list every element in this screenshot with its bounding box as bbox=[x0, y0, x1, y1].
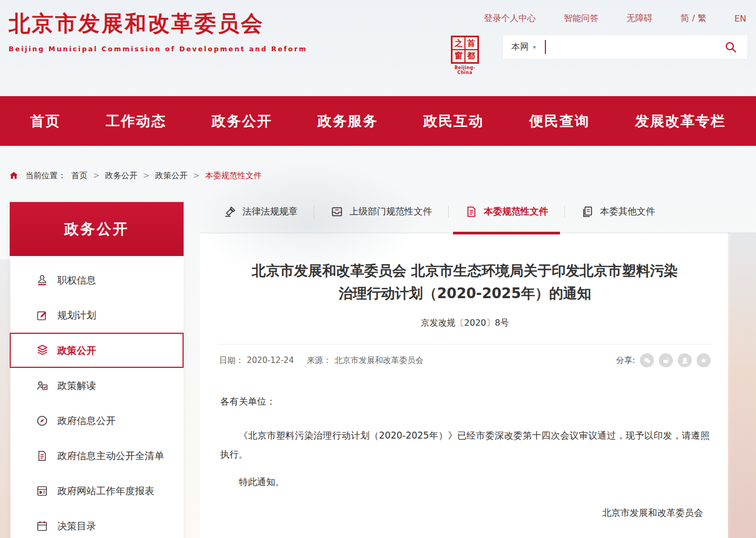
header-top-links: 登录个人中心 智能问答 无障碍 简 / 繁 EN bbox=[456, 13, 746, 24]
layers-icon bbox=[35, 344, 49, 358]
tab-label: 上级部门规范性文件 bbox=[349, 205, 432, 218]
inbox-icon bbox=[330, 205, 343, 218]
share-bar: 分享: ★ bbox=[616, 353, 711, 367]
calendar-icon bbox=[35, 519, 49, 533]
date-label: 日期： bbox=[219, 355, 244, 365]
sidebar-title: 政务公开 bbox=[10, 202, 184, 256]
breadcrumb-gov-disclosure[interactable]: 政务公开 bbox=[105, 171, 138, 181]
simplified-traditional-toggle[interactable]: 简 / 繁 bbox=[680, 13, 706, 24]
tab-superior-normative-docs[interactable]: 上级部门规范性文件 bbox=[314, 190, 448, 233]
nav-item-reform-column[interactable]: 发展改革专栏 bbox=[635, 112, 726, 131]
english-link[interactable]: EN bbox=[734, 14, 746, 24]
sidebar-item-label: 决策目录 bbox=[57, 520, 96, 533]
home-icon[interactable] bbox=[9, 171, 19, 180]
sidebar-item-decision-catalog[interactable]: 决策目录 bbox=[10, 508, 184, 538]
search-box: 本网 ▾ bbox=[502, 35, 748, 59]
seal-char: 之 bbox=[453, 37, 465, 50]
header-search-row: 之 首 窗 都 Beijing-China 本网 ▾ bbox=[449, 35, 748, 75]
search-scope-label: 本网 bbox=[511, 42, 529, 53]
site-subtitle: Beijing Municipal Commission of Developm… bbox=[9, 45, 307, 53]
sidebar-menu: 职权信息 规划计划 bbox=[10, 256, 184, 538]
text-cursor bbox=[545, 40, 546, 54]
report-table-icon bbox=[35, 484, 49, 498]
article-meta-row: 日期：2020-12-24来源：北京市发展和改革委员会 分享: ★ bbox=[215, 353, 715, 367]
share-wechat-icon[interactable] bbox=[640, 353, 654, 367]
tab-laws-regulations[interactable]: 法律法规规章 bbox=[207, 190, 314, 233]
accessibility-link[interactable]: 无障碍 bbox=[626, 13, 652, 24]
tab-commission-normative-docs[interactable]: 本委规范性文件 bbox=[449, 190, 564, 233]
files-copy-icon bbox=[581, 205, 594, 218]
seal-char: 都 bbox=[465, 50, 477, 62]
share-qq-icon[interactable] bbox=[678, 353, 692, 367]
nav-item-work-news[interactable]: 工作动态 bbox=[106, 112, 166, 131]
document-red-icon bbox=[465, 205, 478, 218]
sidebar-item-label: 政策解读 bbox=[57, 379, 96, 392]
login-personal-center-link[interactable]: 登录个人中心 bbox=[484, 13, 536, 24]
seal-char: 窗 bbox=[453, 50, 465, 62]
seal-caption: Beijing-China bbox=[449, 65, 481, 75]
person-check-icon bbox=[35, 379, 49, 393]
article-title: 北京市发展和改革委员会 北京市生态环境局关于印发北京市塑料污染治理行动计划（20… bbox=[252, 259, 678, 305]
seal-char: 首 bbox=[465, 37, 477, 50]
article-source: 北京市发展和改革委员会 bbox=[334, 355, 423, 365]
site-header: 北京市发展和改革委员会 Beijing Municipal Commission… bbox=[0, 0, 756, 96]
article-meta: 日期：2020-12-24来源：北京市发展和改革委员会 bbox=[219, 355, 427, 366]
breadcrumb-current-page: 本委规范性文件 bbox=[205, 171, 262, 181]
tab-label: 法律法规规章 bbox=[242, 205, 298, 218]
site-title: 北京市发展和改革委员会 bbox=[9, 9, 307, 38]
sidebar-item-policy-interpretation[interactable]: 政策解读 bbox=[10, 368, 184, 403]
nav-item-gov-disclosure[interactable]: 政务公开 bbox=[212, 112, 272, 131]
share-weibo-icon[interactable] bbox=[659, 353, 673, 367]
breadcrumb-prefix: 当前位置： bbox=[25, 171, 66, 181]
smart-qa-link[interactable]: 智能问答 bbox=[564, 13, 598, 24]
sidebar-item-label: 政策公开 bbox=[57, 344, 96, 357]
sidebar-item-gov-info-disclosure[interactable]: 政府信息公开 bbox=[10, 403, 184, 438]
body-paragraph: 特此通知。 bbox=[220, 473, 710, 492]
breadcrumb-separator: > bbox=[93, 171, 100, 180]
breadcrumb-home[interactable]: 首页 bbox=[71, 171, 87, 181]
seal-icon: 之 首 窗 都 bbox=[451, 36, 479, 64]
signature: 北京市发展和改革委员会 bbox=[220, 503, 710, 522]
search-scope-dropdown[interactable]: 本网 ▾ bbox=[511, 42, 536, 53]
meta-divider bbox=[218, 344, 712, 345]
main-content: 法律法规规章 上级部门规范性文件 bbox=[200, 190, 730, 538]
breadcrumb-separator: > bbox=[143, 171, 150, 180]
article-body: 各有关单位： 《北京市塑料污染治理行动计划（2020-2025年）》已经市委深改… bbox=[215, 392, 715, 522]
breadcrumb: 当前位置： 首页 > 政务公开 > 政策公开 > 本委规范性文件 bbox=[9, 167, 756, 184]
beijing-china-seal-logo[interactable]: 之 首 窗 都 Beijing-China bbox=[449, 36, 481, 75]
salutation: 各有关单位： bbox=[220, 392, 710, 411]
sidebar-item-proactive-disclosure-list[interactable]: 政府信息主动公开全清单 bbox=[10, 438, 184, 473]
sidebar-item-label: 职权信息 bbox=[57, 274, 96, 287]
nav-item-home[interactable]: 首页 bbox=[30, 112, 60, 131]
sidebar-item-label: 政府信息公开 bbox=[57, 414, 116, 427]
site-logo[interactable]: 北京市发展和改革委员会 Beijing Municipal Commission… bbox=[9, 9, 307, 53]
search-button[interactable] bbox=[723, 39, 739, 55]
page-body: 政务公开 职权信息 规划计划 bbox=[0, 190, 756, 538]
breadcrumb-policy-disclosure[interactable]: 政策公开 bbox=[155, 171, 187, 181]
document-list-icon bbox=[35, 449, 49, 463]
search-icon bbox=[724, 41, 737, 53]
nav-item-gov-services[interactable]: 政务服务 bbox=[318, 112, 378, 131]
share-favorite-icon[interactable]: ★ bbox=[697, 353, 711, 367]
article-date: 2020-12-24 bbox=[247, 355, 294, 365]
sidebar-item-website-annual-report[interactable]: 政府网站工作年度报表 bbox=[10, 473, 184, 508]
nav-item-convenient-query[interactable]: 便民查询 bbox=[529, 112, 590, 131]
body-paragraph: 《北京市塑料污染治理行动计划（2020-2025年）》已经市委深改委第十四次会议… bbox=[220, 426, 710, 464]
edit-plan-icon bbox=[35, 308, 49, 322]
tab-label: 本委其他文件 bbox=[600, 205, 655, 218]
sidebar-item-planning[interactable]: 规划计划 bbox=[10, 298, 184, 333]
document-number: 京发改规〔2020〕8号 bbox=[215, 318, 715, 329]
share-label: 分享: bbox=[616, 355, 635, 366]
sidebar-item-label: 政府网站工作年度报表 bbox=[57, 485, 154, 497]
sidebar-item-label: 政府信息主动公开全清单 bbox=[57, 449, 164, 462]
article: 北京市发展和改革委员会 北京市生态环境局关于印发北京市塑料污染治理行动计划（20… bbox=[200, 233, 730, 538]
search-input[interactable] bbox=[550, 42, 723, 52]
sidebar-item-authority-info[interactable]: 职权信息 bbox=[10, 263, 184, 298]
law-seal-icon bbox=[224, 205, 237, 218]
tab-commission-other-docs[interactable]: 本委其他文件 bbox=[565, 190, 671, 233]
nav-item-public-interaction[interactable]: 政民互动 bbox=[423, 112, 484, 131]
main-navigation: 首页 工作动态 政务公开 政务服务 政民互动 便民查询 发展改革专栏 bbox=[0, 96, 756, 146]
stamp-icon bbox=[35, 273, 49, 287]
sidebar-item-label: 规划计划 bbox=[57, 309, 96, 322]
sidebar-item-policy-disclosure[interactable]: 政策公开 bbox=[10, 333, 184, 368]
